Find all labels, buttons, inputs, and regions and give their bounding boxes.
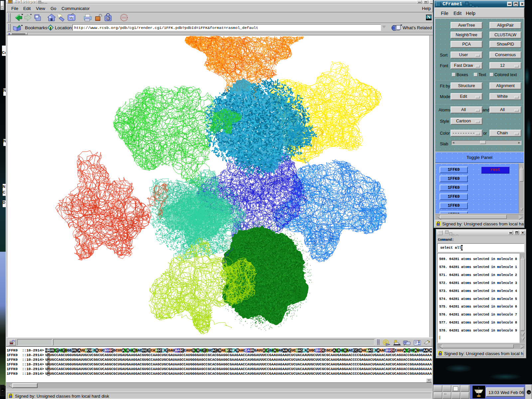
- svg-text:@: @: [107, 17, 110, 20]
- svg-text:My: My: [69, 16, 73, 20]
